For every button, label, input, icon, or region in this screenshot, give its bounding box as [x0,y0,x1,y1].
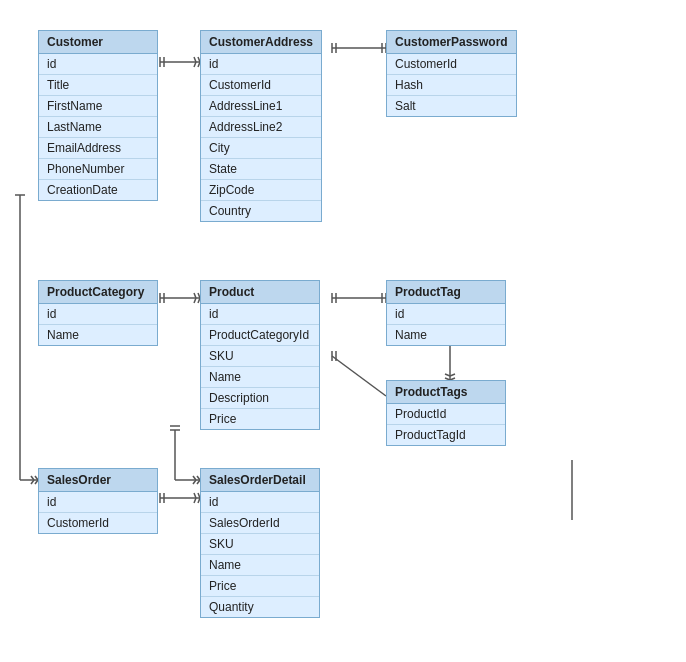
table-header-customeraddress: CustomerAddress [201,31,321,54]
table-field: id [39,492,157,513]
table-salesorder: SalesOrderidCustomerId [38,468,158,534]
svg-line-29 [445,374,450,376]
table-field: State [201,159,321,180]
table-field: FirstName [39,96,157,117]
table-field: LastName [39,117,157,138]
table-header-producttags: ProductTags [387,381,505,404]
table-field: SKU [201,346,319,367]
table-customeraddress: CustomerAddressidCustomerIdAddressLine1A… [200,30,322,222]
table-header-producttag: ProductTag [387,281,505,304]
table-header-customer: Customer [39,31,157,54]
table-field: Description [201,388,319,409]
table-header-productcategory: ProductCategory [39,281,157,304]
table-field: CustomerId [39,513,157,533]
table-field: Price [201,576,319,597]
table-header-salesorder: SalesOrder [39,469,157,492]
svg-line-18 [194,298,196,303]
table-field: Hash [387,75,516,96]
table-salesorderdetail: SalesOrderDetailidSalesOrderIdSKUNamePri… [200,468,320,618]
table-field: EmailAddress [39,138,157,159]
table-field: CustomerId [387,54,516,75]
svg-line-3 [194,57,196,62]
table-field: PhoneNumber [39,159,157,180]
table-field: Name [201,555,319,576]
table-header-product: Product [201,281,319,304]
table-field: ProductTagId [387,425,505,445]
table-field: Price [201,409,319,429]
table-field: AddressLine2 [201,117,321,138]
svg-line-40 [194,498,196,503]
svg-line-54 [193,476,196,480]
table-field: AddressLine1 [201,96,321,117]
table-customerpassword: CustomerPasswordCustomerIdHashSalt [386,30,517,117]
table-field: Name [201,367,319,388]
svg-line-47 [31,480,34,484]
table-field: id [39,54,157,75]
table-field: Country [201,201,321,221]
table-field: ZipCode [201,180,321,201]
table-customer: CustomeridTitleFirstNameLastNameEmailAdd… [38,30,158,201]
svg-line-4 [194,62,196,67]
table-product: ProductidProductCategoryIdSKUNameDescrip… [200,280,320,430]
svg-line-30 [450,374,455,376]
table-field: ProductCategoryId [201,325,319,346]
table-producttag: ProductTagidName [386,280,506,346]
table-productcategory: ProductCategoryidName [38,280,158,346]
table-producttags: ProductTagsProductIdProductTagId [386,380,506,446]
table-field: id [39,304,157,325]
svg-line-39 [194,493,196,498]
table-field: id [201,304,319,325]
svg-line-46 [31,476,34,480]
table-field: Quantity [201,597,319,617]
table-field: CreationDate [39,180,157,200]
table-field: City [201,138,321,159]
table-header-salesorderdetail: SalesOrderDetail [201,469,319,492]
table-field: SalesOrderId [201,513,319,534]
svg-line-55 [193,480,196,484]
table-field: id [201,492,319,513]
table-field: id [201,54,321,75]
svg-line-17 [194,293,196,298]
svg-line-31 [332,356,386,396]
table-field: ProductId [387,404,505,425]
table-field: Salt [387,96,516,116]
table-field: Name [39,325,157,345]
table-field: Title [39,75,157,96]
table-header-customerpassword: CustomerPassword [387,31,516,54]
table-field: SKU [201,534,319,555]
table-field: id [387,304,505,325]
diagram-canvas: CustomeridTitleFirstNameLastNameEmailAdd… [0,0,686,662]
table-field: Name [387,325,505,345]
table-field: CustomerId [201,75,321,96]
